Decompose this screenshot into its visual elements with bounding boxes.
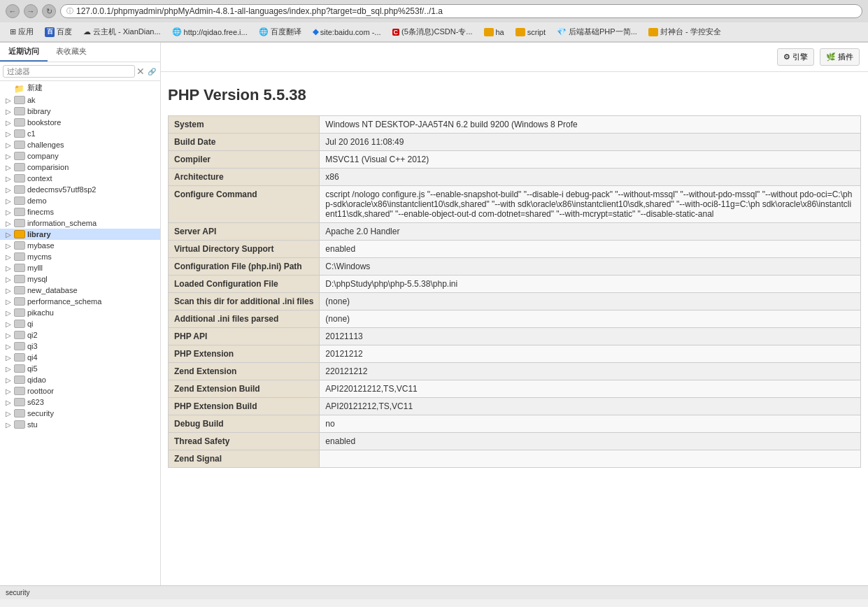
db-label: stu <box>27 420 38 429</box>
list-item[interactable]: ▷ qidao <box>0 374 160 385</box>
db-icon <box>14 331 25 339</box>
list-item[interactable]: ▷ qi5 <box>0 363 160 374</box>
list-item[interactable]: ▷ s623 <box>0 397 160 408</box>
list-item[interactable]: ▷ stu <box>0 419 160 430</box>
db-label: dedecmsv57utf8sp2 <box>27 185 96 194</box>
bookmark-qidao[interactable]: 🌐 http://qidao.free.i... <box>168 26 252 38</box>
info-key-cell: Configure Command <box>169 186 320 223</box>
db-label: company <box>27 152 59 160</box>
list-item[interactable]: ▷ library <box>0 229 160 240</box>
back-button[interactable]: ← <box>6 4 20 18</box>
tab-favorites[interactable]: 表收藏夹 <box>48 43 95 62</box>
db-icon <box>14 174 25 183</box>
db-label: qi4 <box>27 353 38 362</box>
list-item[interactable]: ▷ bookstore <box>0 117 160 128</box>
script-icon <box>515 28 525 36</box>
db-label: qi <box>27 320 34 328</box>
db-label: new_database <box>27 286 78 294</box>
expand-icon: ▷ <box>3 164 14 171</box>
bookmark-apps[interactable]: ⊞ 应用 <box>6 25 38 38</box>
list-item[interactable]: ▷ context <box>0 173 160 184</box>
list-item[interactable]: ▷ mycms <box>0 251 160 262</box>
filter-input[interactable] <box>3 65 135 78</box>
expand-icon: ▷ <box>3 242 14 250</box>
list-item[interactable]: ▷ bibrary <box>0 106 160 117</box>
db-icon <box>14 96 25 104</box>
expand-icon: ▷ <box>3 309 14 317</box>
php-version-title: PHP Version 5.5.38 <box>168 86 868 104</box>
table-row: CompilerMSVC11 (Visual C++ 2012) <box>169 151 861 169</box>
list-item[interactable]: ▷ qi4 <box>0 352 160 363</box>
db-icon <box>14 364 25 373</box>
url-input[interactable] <box>76 6 856 16</box>
bookmark-baidu[interactable]: 百 百度 <box>41 25 76 38</box>
lock-icon: ⓘ <box>66 6 73 16</box>
list-item[interactable]: ▷ pikachu <box>0 307 160 318</box>
list-item[interactable]: 📁 新建 <box>0 81 160 94</box>
list-item[interactable]: ▷ mysql <box>0 273 160 285</box>
list-item[interactable]: ▷ security <box>0 408 160 419</box>
forward-button[interactable]: → <box>24 4 38 18</box>
list-item[interactable]: ▷ qi <box>0 318 160 329</box>
list-item[interactable]: ▷ qi2 <box>0 329 160 341</box>
bookmark-csdn[interactable]: C (5条消息)CSDN-专... <box>388 25 477 38</box>
bookmarks-bar: ⊞ 应用 百 百度 ☁ 云主机 - XianDian... 🌐 http://q… <box>0 22 868 42</box>
list-item[interactable]: ▷ new_database <box>0 285 160 296</box>
cloud-icon: ☁ <box>83 27 91 36</box>
tab-recent[interactable]: 近期访问 <box>0 43 48 62</box>
info-key-cell: Zend Signal <box>169 450 320 468</box>
table-row: PHP API20121113 <box>169 328 861 345</box>
db-icon <box>14 107 25 115</box>
list-item[interactable]: ▷ finecms <box>0 206 160 217</box>
bookmark-cloud[interactable]: ☁ 云主机 - XianDian... <box>79 25 165 38</box>
refresh-button[interactable]: ↻ <box>42 4 56 18</box>
list-item[interactable]: ▷ mybase <box>0 240 160 251</box>
list-item[interactable]: ▷ comparision <box>0 162 160 173</box>
bookmark-site-baidu[interactable]: ◆ site:baidu.com -... <box>308 26 385 38</box>
bookmark-php[interactable]: 💎 后端基础PHP一简... <box>553 25 641 38</box>
list-item[interactable]: ▷ demo <box>0 195 160 206</box>
db-label: qidao <box>27 376 46 384</box>
filter-clear-button[interactable]: ✕ <box>136 66 145 76</box>
db-icon <box>14 308 25 317</box>
db-icon <box>14 252 25 261</box>
list-item[interactable]: ▷ mylll <box>0 262 160 273</box>
db-icon <box>14 141 25 149</box>
info-value-cell: 20121113 <box>320 328 861 345</box>
php-icon: 💎 <box>557 27 567 36</box>
bookmark-ha[interactable]: ha <box>480 27 508 38</box>
list-item[interactable]: ▷ roottoor <box>0 385 160 397</box>
db-label: library <box>27 230 51 238</box>
info-value-cell: MSVC11 (Visual C++ 2012) <box>320 151 861 169</box>
list-item[interactable]: ▷ dedecmsv57utf8sp2 <box>0 184 160 195</box>
plugins-button[interactable]: 🌿 插件 <box>820 48 860 66</box>
db-icon <box>14 420 25 429</box>
list-item[interactable]: ▷ ak <box>0 94 160 106</box>
list-item[interactable]: ▷ qi3 <box>0 341 160 352</box>
info-key-cell: Virtual Directory Support <box>169 241 320 258</box>
fengshen-icon <box>648 28 658 36</box>
expand-icon: ▷ <box>3 365 14 373</box>
engine-button[interactable]: ⚙ 引擎 <box>777 48 814 66</box>
csdn-icon: C <box>392 29 400 36</box>
bookmark-fengshen[interactable]: 封神台 - 学控安全 <box>644 25 725 38</box>
expand-icon: ▷ <box>3 399 14 406</box>
list-item[interactable]: ▷ c1 <box>0 128 160 139</box>
info-key-cell: Compiler <box>169 151 320 169</box>
expand-icon: ▷ <box>3 253 14 261</box>
info-value-cell: enabled <box>320 241 861 258</box>
expand-icon: ▷ <box>3 354 14 362</box>
bookmark-script[interactable]: script <box>511 27 550 38</box>
bookmark-translate[interactable]: 🌐 百度翻译 <box>255 25 306 38</box>
info-value-cell: Apache 2.0 Handler <box>320 223 861 241</box>
list-item[interactable]: ▷ company <box>0 150 160 162</box>
main-layout: 近期访问 表收藏夹 ✕ 🔗 📁 新建 ▷ ak ▷ <box>0 43 868 585</box>
db-icon <box>14 163 25 171</box>
db-icon <box>14 398 25 406</box>
list-item[interactable]: ▷ performance_schema <box>0 296 160 307</box>
info-value-cell: (none) <box>320 310 861 328</box>
list-item[interactable]: ▷ information_schema <box>0 217 160 229</box>
status-text: security <box>6 589 29 597</box>
info-key-cell: Zend Extension <box>169 363 320 380</box>
list-item[interactable]: ▷ challenges <box>0 139 160 150</box>
